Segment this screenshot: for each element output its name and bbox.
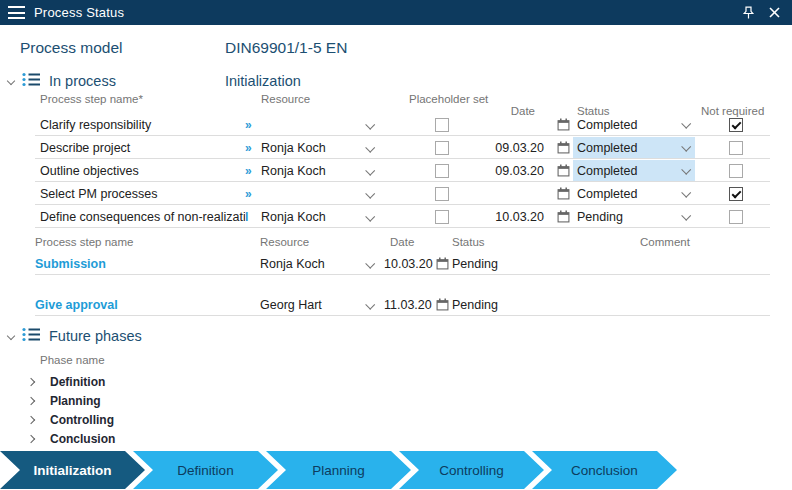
pin-icon[interactable] bbox=[740, 5, 756, 21]
window-title: Process Status bbox=[34, 5, 124, 20]
resource-dropdown-icon[interactable] bbox=[366, 164, 384, 178]
resource-dropdown-icon[interactable] bbox=[366, 210, 384, 224]
calendar-icon[interactable] bbox=[557, 164, 573, 177]
status-dropdown[interactable]: Completed bbox=[573, 114, 695, 135]
phase-chevron-conclusion[interactable]: Conclusion bbox=[532, 451, 677, 489]
phase-row-definition[interactable]: Definition bbox=[0, 372, 792, 391]
table-row: Clarify responsibility » Completed bbox=[0, 113, 792, 136]
calendar-icon[interactable] bbox=[557, 141, 573, 154]
phase-chevron-label: Planning bbox=[312, 463, 365, 478]
placeholder-checkbox[interactable] bbox=[435, 141, 450, 155]
phase-chevron-planning[interactable]: Planning bbox=[266, 451, 411, 489]
placeholder-checkbox[interactable] bbox=[435, 118, 450, 132]
column-header: Comment bbox=[538, 236, 792, 248]
not-required-checkbox[interactable] bbox=[729, 118, 744, 132]
status-dropdown[interactable]: Completed bbox=[573, 160, 695, 181]
status-dropdown[interactable]: Completed bbox=[573, 183, 695, 204]
column-header: Date bbox=[384, 236, 432, 248]
process-model-row: Process model DIN69901/1-5 EN bbox=[0, 35, 792, 61]
step-marker-icon: » bbox=[245, 187, 261, 201]
resource-value[interactable]: Ronja Koch bbox=[261, 164, 366, 178]
calendar-icon[interactable] bbox=[557, 210, 573, 223]
status-value[interactable]: Pending bbox=[452, 298, 538, 312]
resource-dropdown-icon[interactable] bbox=[366, 141, 384, 155]
expand-icon[interactable] bbox=[27, 415, 35, 423]
status-dropdown[interactable]: Completed bbox=[573, 137, 695, 158]
column-header: Status bbox=[452, 236, 538, 248]
process-step-name: Define consequences of non-realization bbox=[40, 210, 245, 224]
collapse-icon[interactable] bbox=[0, 333, 22, 339]
table-row: Submission Ronja Koch 10.03.20 Pending bbox=[0, 252, 792, 275]
placeholder-checkbox[interactable] bbox=[435, 164, 450, 178]
list-icon bbox=[22, 327, 41, 346]
process-step-name: Select PM processes bbox=[40, 187, 245, 201]
calendar-icon[interactable] bbox=[557, 187, 573, 200]
current-phase-label: Initialization bbox=[225, 73, 301, 89]
phase-chevron-label: Conclusion bbox=[571, 463, 638, 478]
expand-icon[interactable] bbox=[27, 396, 35, 404]
section-title: Future phases bbox=[49, 328, 142, 344]
table-row: Outline objectives » Ronja Koch 09.03.20… bbox=[0, 159, 792, 182]
phase-chevron-definition[interactable]: Definition bbox=[133, 451, 278, 489]
phase-name: Planning bbox=[50, 394, 101, 408]
phase-row-conclusion[interactable]: Conclusion bbox=[0, 429, 792, 448]
date-value[interactable]: 09.03.20 bbox=[450, 164, 547, 178]
phase-chevron-initialization[interactable]: Initialization bbox=[0, 451, 145, 489]
phase-chevron-controlling[interactable]: Controlling bbox=[399, 451, 544, 489]
status-dropdown[interactable]: Pending bbox=[573, 206, 695, 227]
resource-value[interactable]: Ronja Koch bbox=[261, 210, 366, 224]
phase-name: Controlling bbox=[50, 413, 114, 427]
not-required-checkbox[interactable] bbox=[729, 141, 744, 155]
resource-dropdown-icon[interactable] bbox=[366, 257, 384, 271]
process-steps-header: Process step name* Resource Placeholder … bbox=[0, 93, 792, 113]
process-step-name: Clarify responsibility bbox=[40, 118, 245, 132]
step-marker-icon: I bbox=[245, 210, 261, 224]
step-marker-icon: » bbox=[245, 118, 261, 132]
phase-chevron-label: Initialization bbox=[33, 463, 111, 478]
not-required-checkbox[interactable] bbox=[729, 210, 744, 224]
milestone-link[interactable]: Give approval bbox=[35, 298, 260, 312]
phase-row-planning[interactable]: Planning bbox=[0, 391, 792, 410]
process-model-value: DIN69901/1-5 EN bbox=[225, 39, 347, 57]
phase-name: Conclusion bbox=[50, 432, 115, 446]
date-value[interactable]: 10.03.20 bbox=[384, 257, 432, 271]
phase-row-controlling[interactable]: Controlling bbox=[0, 410, 792, 429]
close-icon[interactable] bbox=[766, 5, 782, 21]
date-value[interactable]: 09.03.20 bbox=[450, 141, 547, 155]
expand-icon[interactable] bbox=[27, 377, 35, 385]
date-value[interactable]: 11.03.20 bbox=[384, 298, 432, 312]
resource-value[interactable]: Ronja Koch bbox=[260, 257, 366, 271]
collapse-icon[interactable] bbox=[0, 78, 22, 84]
column-header: Resource bbox=[261, 93, 366, 105]
resource-dropdown-icon[interactable] bbox=[366, 187, 384, 201]
resource-value[interactable]: Georg Hart bbox=[260, 298, 366, 312]
calendar-icon[interactable] bbox=[557, 118, 573, 131]
not-required-checkbox[interactable] bbox=[729, 187, 744, 201]
step-marker-icon: » bbox=[245, 164, 261, 178]
phase-name-column-header: Phase name bbox=[40, 354, 792, 370]
section-title: In process bbox=[49, 73, 116, 89]
column-header: Placeholder set bbox=[384, 93, 547, 105]
placeholder-checkbox[interactable] bbox=[435, 210, 450, 224]
phase-name: Definition bbox=[50, 375, 105, 389]
calendar-icon[interactable] bbox=[436, 298, 452, 311]
table-row: Define consequences of non-realization I… bbox=[0, 205, 792, 228]
not-required-checkbox[interactable] bbox=[729, 164, 744, 178]
in-process-section-header: In process Initialization bbox=[0, 69, 792, 93]
titlebar: Process Status bbox=[0, 0, 792, 25]
milestone-link[interactable]: Submission bbox=[35, 257, 260, 271]
table-row: Select PM processes » Completed bbox=[0, 182, 792, 205]
resource-dropdown-icon[interactable] bbox=[366, 118, 384, 132]
resource-dropdown-icon[interactable] bbox=[366, 298, 384, 312]
calendar-icon[interactable] bbox=[436, 257, 452, 270]
date-value[interactable]: 10.03.20 bbox=[450, 210, 547, 224]
hamburger-menu-icon[interactable] bbox=[8, 6, 25, 19]
table-row: Give approval Georg Hart 11.03.20 Pendin… bbox=[0, 293, 792, 316]
expand-icon[interactable] bbox=[27, 434, 35, 442]
process-status-window: Process Status Process model DIN69901/1-… bbox=[0, 0, 792, 490]
placeholder-checkbox[interactable] bbox=[435, 187, 450, 201]
phase-chevron-label: Definition bbox=[177, 463, 233, 478]
status-value[interactable]: Pending bbox=[452, 257, 538, 271]
resource-value[interactable]: Ronja Koch bbox=[261, 141, 366, 155]
column-header: Resource bbox=[260, 236, 366, 248]
